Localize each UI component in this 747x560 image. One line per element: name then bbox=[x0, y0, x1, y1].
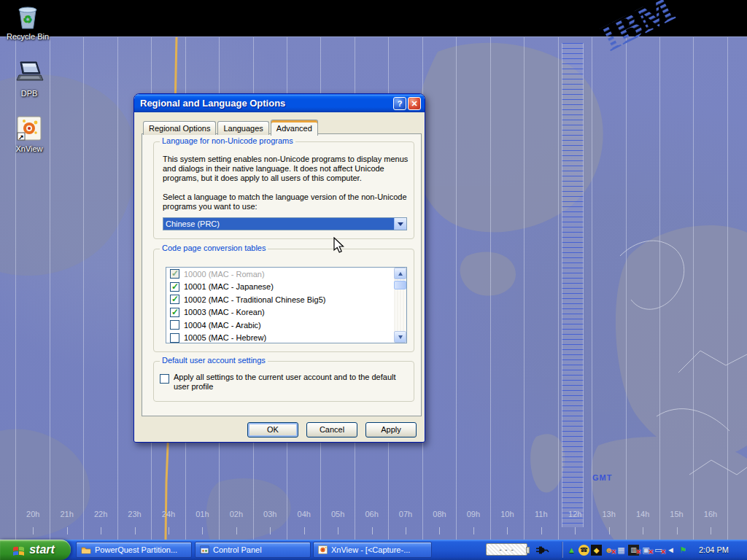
time-tick bbox=[473, 527, 474, 534]
start-button[interactable]: start bbox=[0, 540, 71, 560]
computer-disconnected-icon[interactable]: ▣ bbox=[640, 545, 651, 556]
chevron-down-icon bbox=[398, 222, 403, 226]
time-label-text: 13h bbox=[602, 510, 615, 518]
cancel-button[interactable]: Cancel bbox=[306, 422, 357, 438]
checkbox[interactable] bbox=[170, 333, 179, 343]
language-dropdown-value: Chinese (PRC) bbox=[163, 218, 394, 230]
desktop-icon-dpb[interactable]: DPB bbox=[1, 60, 57, 98]
tab-languages[interactable]: Languages bbox=[217, 121, 268, 135]
windows-flag-icon bbox=[12, 544, 26, 556]
scrollbar-thumb[interactable] bbox=[394, 281, 406, 289]
time-label-text: 14h bbox=[636, 510, 649, 518]
desktop-icon-label: DPB bbox=[1, 89, 57, 98]
taskbar-window-xnview[interactable]: XnView - [<Capture-... bbox=[313, 542, 432, 558]
tab-advanced[interactable]: Advanced bbox=[271, 120, 318, 136]
checkbox[interactable] bbox=[170, 308, 179, 317]
offline-users-icon[interactable]: ☻ bbox=[603, 545, 614, 556]
start-label: start bbox=[29, 543, 59, 556]
codepage-label: 10004 (MAC - Arabic) bbox=[184, 321, 261, 330]
time-label: 20h bbox=[16, 510, 50, 540]
time-label-text: 07h bbox=[399, 510, 412, 518]
gmt-label: GMT bbox=[592, 473, 612, 482]
time-label: 22h bbox=[84, 510, 117, 540]
chevron-up-icon bbox=[398, 272, 403, 276]
folder-icon bbox=[81, 545, 91, 554]
list-scrollbar[interactable] bbox=[394, 268, 406, 343]
time-tick bbox=[338, 527, 338, 534]
app-error-icon[interactable]: ▥ bbox=[628, 545, 639, 556]
display-settings-icon[interactable]: ⚑ bbox=[678, 545, 689, 556]
time-label-text: 09h bbox=[467, 510, 480, 518]
ok-button[interactable]: OK bbox=[247, 422, 298, 438]
help-button[interactable]: ? bbox=[393, 97, 406, 110]
taskbar-window-powerquest[interactable]: PowerQuest Partition... bbox=[76, 542, 192, 558]
apply-settings-checkbox[interactable] bbox=[160, 374, 169, 384]
checkbox[interactable] bbox=[170, 282, 179, 292]
taskbar-window-label: PowerQuest Partition... bbox=[95, 545, 177, 554]
battery-meter[interactable]: - - - bbox=[486, 543, 527, 556]
antivirus-icon[interactable]: ◆ bbox=[591, 545, 602, 556]
codepage-row[interactable]: 10000 (MAC - Roman) bbox=[166, 268, 394, 281]
scroll-down-button[interactable] bbox=[394, 331, 406, 343]
ibm-logo-icon: IBM bbox=[557, 0, 725, 60]
time-tick bbox=[135, 527, 136, 534]
checkbox[interactable] bbox=[170, 295, 179, 304]
dropdown-button[interactable] bbox=[394, 218, 406, 230]
dialog-title: Regional and Language Options bbox=[140, 98, 285, 109]
time-labels-row: 20h 21h 22h 23h bbox=[16, 510, 727, 540]
dialog-button-row: OK Cancel Apply bbox=[247, 422, 417, 438]
time-label-text: 23h bbox=[128, 510, 141, 518]
modem-status-icon[interactable]: ☎ bbox=[578, 545, 589, 556]
codepage-row[interactable]: 10005 (MAC - Hebrew) bbox=[166, 332, 394, 344]
time-label-text: 10h bbox=[500, 510, 514, 518]
time-label-text: 15h bbox=[670, 510, 683, 518]
desktop-icon-xnview[interactable]: ↗ XnView bbox=[1, 115, 57, 153]
dialog-titlebar[interactable]: Regional and Language Options ? ✕ bbox=[134, 94, 425, 112]
tab-label: Languages bbox=[223, 124, 263, 133]
tray-icon-glyph: ▣ bbox=[642, 545, 649, 556]
time-label-text: 20h bbox=[26, 510, 39, 518]
network-disconnected-icon[interactable]: ▭ bbox=[653, 545, 664, 556]
safely-remove-hardware-icon[interactable]: ▲ bbox=[566, 545, 577, 556]
codepage-row[interactable]: 10003 (MAC - Korean) bbox=[166, 306, 394, 319]
network-places-icon[interactable]: ▦ bbox=[616, 545, 627, 556]
taskbar-clock[interactable]: 2:04 PM bbox=[699, 545, 745, 554]
taskbar-window-control-panel[interactable]: Control Panel bbox=[195, 542, 311, 558]
codepage-row[interactable]: 10001 (MAC - Japanese) bbox=[166, 281, 394, 294]
tray-icon-glyph: ☻ bbox=[605, 545, 614, 556]
time-label: 15h bbox=[659, 510, 693, 540]
codepage-group: Code page conversion tables 10000 (MAC -… bbox=[153, 249, 414, 352]
checkbox[interactable] bbox=[170, 269, 179, 279]
tray-divider bbox=[562, 542, 563, 558]
time-tick bbox=[541, 527, 542, 534]
time-label: 04h bbox=[287, 510, 321, 540]
tray-icon-glyph: ◄ bbox=[667, 545, 675, 556]
codepage-rows: 10000 (MAC - Roman) 10001 (MAC - Japanes… bbox=[166, 268, 394, 343]
time-tick bbox=[169, 527, 169, 534]
codepage-row[interactable]: 10004 (MAC - Arabic) bbox=[166, 319, 394, 332]
apply-button[interactable]: Apply bbox=[365, 422, 417, 438]
time-label: 03h bbox=[253, 510, 287, 540]
mouse-cursor bbox=[332, 237, 347, 254]
time-tick bbox=[236, 527, 237, 534]
codepage-row[interactable]: 10002 (MAC - Traditional Chinese Big5) bbox=[166, 293, 394, 306]
time-tick bbox=[270, 527, 271, 534]
time-label: 07h bbox=[389, 510, 422, 540]
time-label-text: 21h bbox=[60, 510, 73, 518]
language-dropdown[interactable]: Chinese (PRC) bbox=[163, 217, 407, 230]
scroll-up-button[interactable] bbox=[394, 268, 406, 279]
tab-regional-options[interactable]: Regional Options bbox=[143, 121, 216, 135]
time-tick bbox=[609, 527, 610, 534]
close-button[interactable]: ✕ bbox=[408, 97, 421, 110]
svg-text:↗: ↗ bbox=[18, 133, 24, 141]
time-label: 02h bbox=[220, 510, 253, 540]
apply-settings-label: Apply all settings to the current user a… bbox=[174, 373, 407, 392]
control-panel-icon bbox=[200, 545, 209, 554]
time-label: 11h bbox=[525, 510, 558, 540]
time-label: 06h bbox=[355, 510, 388, 540]
checkbox[interactable] bbox=[170, 320, 179, 330]
volume-icon[interactable]: ◄ bbox=[665, 545, 676, 556]
desktop-icon-label: Recycle Bin bbox=[0, 32, 55, 41]
desktop-icon-recycle-bin[interactable]: ♻ Recycle Bin bbox=[0, 3, 55, 41]
time-label: 01h bbox=[185, 510, 219, 540]
